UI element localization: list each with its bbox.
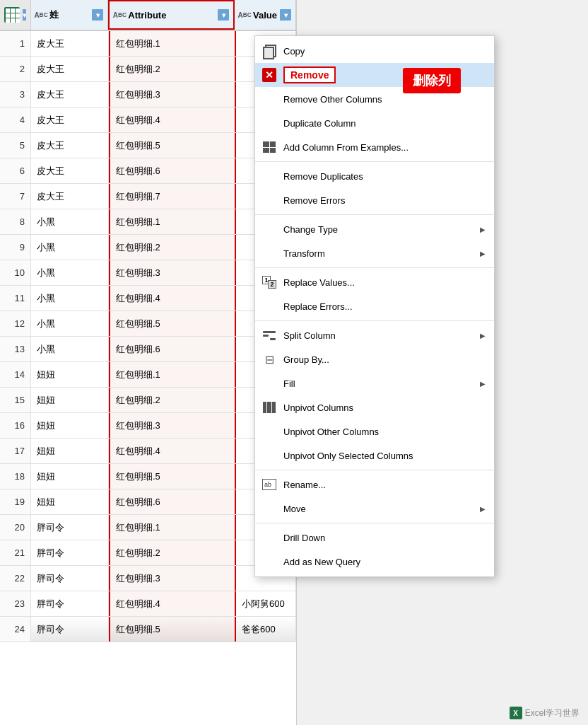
index-cell: 15 — [0, 388, 31, 412]
menu-icon — [261, 168, 278, 185]
index-cell: 17 — [0, 439, 31, 463]
table-icon — [4, 7, 20, 23]
excel-logo: X — [510, 707, 522, 719]
group-icon: ⊟ — [265, 353, 274, 366]
menu-item-fill[interactable]: Fill▶ — [255, 371, 494, 395]
val-col-label: Value — [253, 10, 277, 21]
value-column-header: ABC Value — [235, 0, 296, 30]
menu-item-move[interactable]: Move▶ — [255, 497, 494, 521]
table-body: 1 皮大王 红包明细.1 2 皮大王 红包明细.2 3 皮大王 红包明细.3 4… — [0, 31, 296, 642]
menu-item-replace-values[interactable]: 12 Replace Values... — [255, 270, 494, 294]
menu-item-change-type[interactable]: Change Type▶ — [255, 217, 494, 241]
replace-icon: 12 — [262, 276, 276, 289]
table-row: 17 妞妞 红包明细.4 — [0, 439, 296, 464]
menu-icon — [261, 115, 278, 132]
name-cell: 皮大王 — [31, 133, 109, 158]
menu-item-transform[interactable]: Transform▶ — [255, 241, 494, 265]
name-cell: 胖司令 — [31, 540, 109, 565]
table-row: 1 皮大王 红包明细.1 — [0, 31, 296, 57]
table-row: 19 妞妞 红包明细.6 — [0, 489, 296, 515]
val-col-dropdown[interactable] — [280, 9, 291, 21]
menu-icon — [261, 476, 278, 493]
menu-item-unpivot-other[interactable]: Unpivot Other Columns — [255, 419, 494, 443]
attr-cell: 红包明细.4 — [109, 108, 236, 132]
menu-item-remove-duplicates[interactable]: Remove Duplicates — [255, 164, 494, 188]
menu-label: Add Column From Examples... — [283, 142, 486, 153]
menu-icon — [261, 245, 278, 262]
menu-icon — [261, 375, 278, 392]
name-column-header: ABC 姓 — [31, 0, 108, 30]
submenu-arrow: ▶ — [480, 380, 486, 388]
attr-cell: 红包明细.2 — [109, 57, 236, 81]
menu-item-add-new-query[interactable]: Add as New Query — [255, 550, 494, 574]
menu-icon — [261, 423, 278, 440]
attr-cell: 红包明细.5 — [109, 464, 236, 489]
index-cell: 11 — [0, 286, 31, 311]
menu-label: Remove Duplicates — [283, 171, 486, 182]
table-row: 23 胖司令 红包明细.4 小阿舅600 — [0, 591, 296, 617]
table-row: 14 妞妞 红包明细.1 — [0, 362, 296, 388]
name-cell: 皮大王 — [31, 184, 109, 209]
data-table: ABC 姓 ABC Attribute ABC Value 1 皮大王 红包明细… — [0, 0, 297, 725]
submenu-arrow: ▶ — [480, 505, 486, 513]
menu-item-duplicate[interactable]: Duplicate Column — [255, 111, 494, 135]
name-cell: 小黑 — [31, 260, 109, 285]
menu-item-remove-errors[interactable]: Remove Errors — [255, 188, 494, 212]
menu-separator — [255, 470, 494, 470]
menu-label: Rename... — [283, 480, 486, 490]
menu-label: Add as New Query — [283, 557, 486, 567]
index-cell: 22 — [0, 566, 31, 591]
menu-icon — [261, 327, 278, 344]
table-row: 7 皮大王 红包明细.7 — [0, 184, 296, 209]
name-col-dropdown[interactable] — [92, 9, 103, 21]
name-cell: 小黑 — [31, 235, 109, 260]
menu-icon — [261, 221, 278, 238]
abc-icon-attr: ABC — [114, 9, 125, 21]
attr-cell: 红包明细.5 — [109, 133, 236, 158]
index-cell: 13 — [0, 337, 31, 361]
name-cell: 妞妞 — [31, 362, 109, 387]
name-cell: 妞妞 — [31, 464, 109, 489]
table-row: 8 小黑 红包明细.1 — [0, 209, 296, 235]
name-cell: 皮大王 — [31, 57, 109, 81]
menu-item-replace-errors[interactable]: Replace Errors... — [255, 294, 494, 318]
menu-icon — [261, 298, 278, 315]
index-cell: 18 — [0, 464, 31, 489]
index-cell: 8 — [0, 209, 31, 234]
menu-item-drill-down[interactable]: Drill Down — [255, 526, 494, 550]
table-row: 12 小黑 红包明细.5 — [0, 311, 296, 337]
menu-item-rename[interactable]: Rename... — [255, 472, 494, 497]
menu-label: Duplicate Column — [283, 118, 486, 129]
attr-cell: 红包明细.1 — [109, 362, 236, 387]
submenu-arrow: ▶ — [480, 332, 486, 340]
name-cell: 妞妞 — [31, 439, 109, 463]
name-col-label: 姓 — [49, 8, 59, 21]
menu-item-unpivot[interactable]: Unpivot Columns — [255, 395, 494, 419]
menu-icon — [261, 553, 278, 570]
index-cell: 6 — [0, 158, 31, 183]
menu-separator — [255, 214, 494, 215]
unpivot-icon — [263, 402, 276, 413]
menu-item-copy[interactable]: Copy — [255, 39, 494, 63]
name-cell: 妞妞 — [31, 388, 109, 412]
index-col-dropdown[interactable] — [23, 9, 26, 21]
table-row: 15 妞妞 红包明细.2 — [0, 388, 296, 413]
attr-col-dropdown[interactable] — [218, 9, 229, 21]
context-menu: Copy✕RemoveRemove Other ColumnsDuplicate… — [254, 35, 495, 577]
table-row: 18 妞妞 红包明细.5 — [0, 464, 296, 489]
menu-label: Remove Errors — [283, 195, 486, 206]
menu-item-split-column[interactable]: Split Column▶ — [255, 323, 494, 347]
watermark-text: Excel学习世界 — [525, 707, 580, 719]
menu-item-add-from-examples[interactable]: Add Column From Examples... — [255, 135, 494, 159]
menu-icon: ⊟ — [261, 351, 278, 368]
table-row: 4 皮大王 红包明细.4 — [0, 108, 296, 133]
attr-cell: 红包明细.4 — [109, 591, 236, 616]
attr-cell: 红包明细.3 — [109, 566, 236, 591]
submenu-arrow: ▶ — [480, 250, 486, 257]
attr-cell: 红包明细.5 — [109, 311, 236, 336]
menu-item-unpivot-selected[interactable]: Unpivot Only Selected Columns — [255, 443, 494, 468]
rename-icon — [262, 479, 276, 490]
table-row: 6 皮大王 红包明细.6 — [0, 158, 296, 184]
index-cell: 7 — [0, 184, 31, 209]
menu-item-group-by[interactable]: ⊟Group By... — [255, 347, 494, 371]
